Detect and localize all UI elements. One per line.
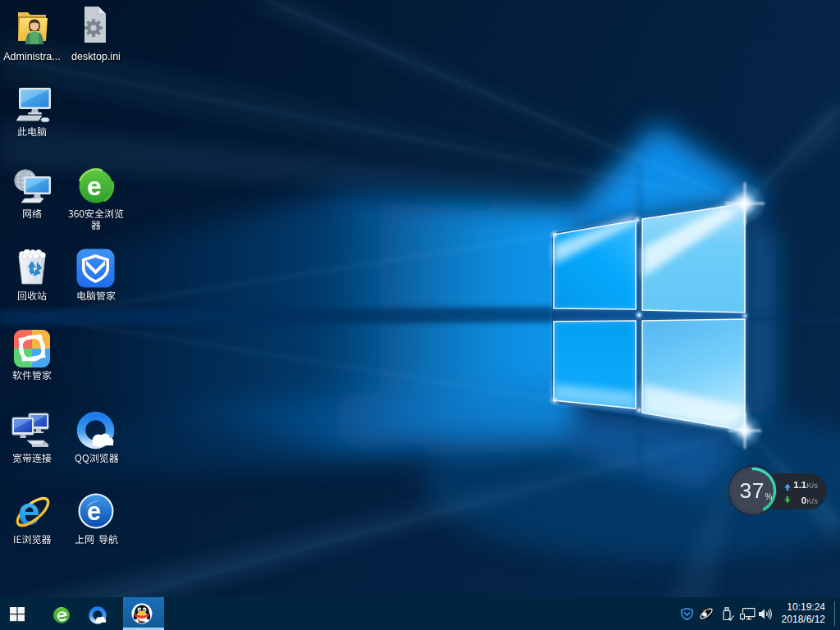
svg-text:0K/s: 0K/s bbox=[801, 495, 818, 505]
svg-text:37: 37 bbox=[740, 478, 765, 503]
svg-text:e: e bbox=[87, 171, 102, 201]
svg-text:%: % bbox=[765, 492, 773, 501]
svg-text:1.1K/s: 1.1K/s bbox=[793, 480, 818, 490]
